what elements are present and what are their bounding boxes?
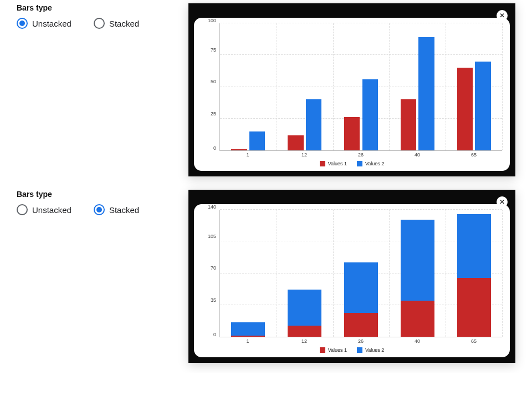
chart-card: 0 25 50 75 100 bbox=[194, 18, 510, 171]
y-tick: 50 bbox=[211, 79, 216, 84]
radio-icon bbox=[94, 18, 105, 29]
gridline bbox=[502, 210, 503, 337]
x-tick: 65 bbox=[471, 152, 477, 158]
legend-item-values2: Values 2 bbox=[357, 161, 384, 166]
bars-type-control: Bars type Unstacked Stacked bbox=[17, 3, 172, 29]
legend-item-values2: Values 2 bbox=[357, 347, 384, 353]
chart-plot-area: 0 35 70 105 140 bbox=[202, 210, 502, 337]
x-tick: 12 bbox=[301, 152, 307, 158]
bar-values1 bbox=[457, 68, 473, 150]
legend-text: Values 2 bbox=[365, 161, 384, 166]
seg-values2 bbox=[344, 262, 378, 313]
bar-group bbox=[220, 23, 277, 150]
bars-container bbox=[220, 210, 502, 337]
radio-stacked[interactable]: Stacked bbox=[94, 18, 139, 29]
bar-values1 bbox=[231, 149, 247, 150]
bar-values2 bbox=[418, 37, 434, 150]
close-icon: ✕ bbox=[499, 12, 505, 19]
seg-values1 bbox=[457, 278, 491, 337]
bar-group bbox=[446, 23, 502, 150]
x-axis: 1 12 26 40 65 bbox=[219, 151, 502, 160]
x-axis: 1 12 26 40 65 bbox=[219, 337, 502, 346]
example-row-unstacked: Bars type Unstacked Stacked ✕ 0 25 50 75… bbox=[0, 0, 532, 186]
y-tick: 70 bbox=[211, 265, 216, 271]
close-button[interactable]: ✕ bbox=[497, 196, 508, 207]
y-tick: 75 bbox=[211, 47, 216, 53]
seg-values1 bbox=[401, 301, 434, 337]
radio-label: Stacked bbox=[109, 19, 139, 28]
x-tick: 40 bbox=[415, 338, 420, 344]
seg-values2 bbox=[457, 214, 491, 278]
legend-text: Values 1 bbox=[328, 347, 347, 353]
seg-values2 bbox=[288, 290, 321, 326]
bar-values1 bbox=[344, 117, 360, 150]
example-row-stacked: Bars type Unstacked Stacked ✕ 0 35 70 10… bbox=[0, 186, 532, 373]
radio-stacked[interactable]: Stacked bbox=[94, 204, 139, 215]
bar-group bbox=[277, 210, 333, 337]
legend-swatch-icon bbox=[357, 347, 362, 353]
plot bbox=[219, 23, 502, 151]
chart-plot-area: 0 25 50 75 100 bbox=[202, 23, 502, 151]
chart-panel: ✕ 0 35 70 105 140 bbox=[188, 190, 515, 363]
y-tick: 0 bbox=[213, 332, 216, 337]
seg-values2 bbox=[231, 322, 265, 336]
bar-values1 bbox=[401, 99, 417, 150]
seg-values2 bbox=[401, 220, 434, 301]
legend-item-values1: Values 1 bbox=[320, 161, 347, 166]
x-tick: 1 bbox=[246, 338, 249, 344]
x-tick: 1 bbox=[246, 152, 249, 158]
x-tick: 26 bbox=[358, 152, 364, 158]
legend-item-values1: Values 1 bbox=[320, 347, 347, 353]
y-axis: 0 35 70 105 140 bbox=[202, 210, 219, 337]
close-button[interactable]: ✕ bbox=[497, 10, 508, 21]
controls-title: Bars type bbox=[17, 3, 172, 12]
x-tick: 26 bbox=[358, 338, 364, 344]
y-tick: 0 bbox=[213, 145, 216, 151]
plot bbox=[219, 210, 502, 337]
legend-text: Values 2 bbox=[365, 347, 384, 353]
bar-group bbox=[389, 210, 446, 337]
y-tick: 25 bbox=[211, 111, 216, 117]
seg-values1 bbox=[288, 326, 321, 337]
bar-group bbox=[220, 210, 277, 337]
radio-unstacked[interactable]: Unstacked bbox=[17, 18, 71, 29]
x-tick: 40 bbox=[415, 152, 420, 158]
bars-type-control: Bars type Unstacked Stacked bbox=[17, 190, 172, 215]
bar-group bbox=[333, 210, 390, 337]
bar-group bbox=[333, 23, 390, 150]
y-tick: 140 bbox=[208, 204, 216, 210]
legend-swatch-icon bbox=[357, 161, 362, 166]
radio-group: Unstacked Stacked bbox=[17, 204, 172, 215]
bar-group bbox=[446, 210, 502, 337]
gridline bbox=[502, 23, 503, 150]
radio-unstacked[interactable]: Unstacked bbox=[17, 204, 71, 215]
bar-values1 bbox=[288, 135, 304, 150]
legend-text: Values 1 bbox=[328, 161, 347, 166]
controls-title: Bars type bbox=[17, 190, 172, 199]
bar-values2 bbox=[249, 131, 265, 150]
radio-label: Unstacked bbox=[32, 205, 71, 215]
seg-values1 bbox=[231, 336, 265, 337]
bar-values2 bbox=[475, 62, 491, 150]
bar-group bbox=[277, 23, 333, 150]
radio-icon bbox=[17, 204, 28, 215]
bars-container bbox=[220, 23, 502, 150]
y-tick: 100 bbox=[208, 18, 216, 23]
y-tick: 35 bbox=[211, 297, 216, 303]
legend: Values 1 Values 2 bbox=[202, 347, 502, 353]
bar-values2 bbox=[306, 99, 322, 150]
bar-values2 bbox=[362, 79, 378, 150]
y-axis: 0 25 50 75 100 bbox=[202, 23, 219, 151]
legend-swatch-icon bbox=[320, 161, 325, 166]
close-icon: ✕ bbox=[499, 199, 505, 205]
chart-card: 0 35 70 105 140 bbox=[194, 204, 510, 357]
x-tick: 65 bbox=[471, 338, 477, 344]
bar-group bbox=[389, 23, 446, 150]
radio-group: Unstacked Stacked bbox=[17, 18, 172, 29]
chart-panel: ✕ 0 25 50 75 100 bbox=[188, 3, 515, 176]
radio-label: Unstacked bbox=[32, 19, 71, 28]
radio-icon bbox=[17, 18, 28, 29]
x-tick: 12 bbox=[301, 338, 307, 344]
y-tick: 105 bbox=[208, 234, 216, 239]
radio-label: Stacked bbox=[109, 205, 139, 215]
